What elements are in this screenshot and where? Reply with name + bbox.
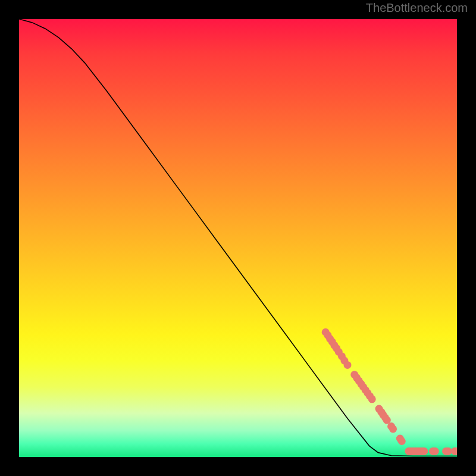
data-marker: [389, 425, 397, 433]
curve-line: [19, 19, 457, 456]
data-marker: [420, 447, 428, 455]
data-marker: [344, 361, 352, 369]
data-marker: [368, 395, 376, 403]
chart-overlay: [19, 19, 457, 457]
data-markers: [322, 328, 457, 455]
data-marker: [431, 447, 439, 455]
attribution-text: TheBottleneck.com: [366, 1, 468, 15]
plot-area: [19, 19, 457, 457]
data-marker: [398, 437, 406, 445]
